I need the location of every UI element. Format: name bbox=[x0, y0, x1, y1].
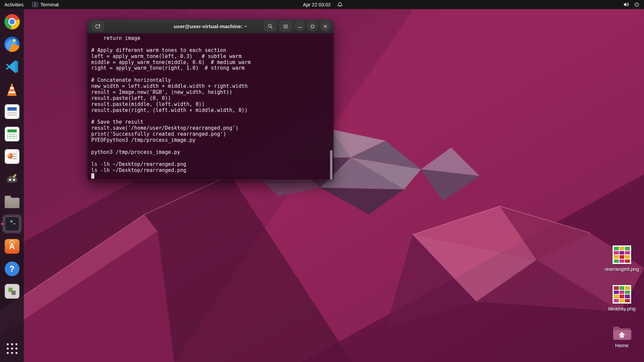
volume-icon bbox=[624, 2, 629, 7]
dock-item-firefox[interactable] bbox=[2, 35, 22, 54]
terminal-text: return image # Apply different warm tone… bbox=[91, 36, 330, 173]
top-bar: Activities Terminal Apr 22 03:02 bbox=[0, 0, 644, 9]
extensions-icon bbox=[5, 284, 19, 299]
window-controls bbox=[264, 21, 330, 31]
dock-item-vscode[interactable] bbox=[2, 57, 22, 76]
libreoffice-calc-icon bbox=[5, 127, 19, 141]
gimp-icon bbox=[5, 172, 19, 186]
vlc-icon bbox=[5, 82, 19, 96]
libreoffice-impress-icon bbox=[5, 149, 19, 164]
vscode-icon bbox=[5, 59, 19, 74]
focused-app-menu[interactable]: Terminal bbox=[28, 0, 63, 9]
maximize-button[interactable] bbox=[308, 21, 317, 31]
dock-item-gimp[interactable] bbox=[2, 170, 22, 188]
dock-item-writer[interactable] bbox=[2, 102, 22, 121]
terminal-app-icon bbox=[32, 2, 38, 7]
desktop-icon-rearranged[interactable]: rearranged.png bbox=[602, 245, 642, 272]
minimize-button[interactable] bbox=[295, 21, 305, 31]
desktop-icon-home[interactable]: Home bbox=[602, 325, 642, 348]
chrome-icon bbox=[4, 14, 20, 29]
image-thumbnail bbox=[612, 285, 631, 304]
system-status-menu[interactable] bbox=[619, 0, 644, 9]
libreoffice-writer-icon bbox=[5, 104, 19, 119]
focused-app-label: Terminal bbox=[40, 2, 59, 7]
power-icon bbox=[634, 2, 639, 7]
terminal-window: user@user-virtual-machine: ~ bbox=[88, 19, 333, 180]
dock-item-help[interactable]: ? bbox=[2, 259, 22, 278]
app-grid-icon bbox=[7, 343, 17, 354]
dock-item-calc[interactable] bbox=[2, 125, 22, 143]
desktop-icon-label: Home bbox=[615, 343, 629, 348]
firefox-icon bbox=[4, 37, 20, 52]
terminal-scrollbar[interactable] bbox=[330, 150, 332, 180]
notification-bell-icon bbox=[337, 2, 342, 7]
terminal-titlebar[interactable]: user@user-virtual-machine: ~ bbox=[88, 19, 333, 34]
dock: >_ A ? bbox=[0, 9, 24, 362]
dock-item-software[interactable]: A bbox=[2, 237, 22, 256]
dock-item-files[interactable] bbox=[2, 192, 22, 211]
desktop-icon-tilearray[interactable]: tilearray.png bbox=[602, 285, 642, 311]
menu-button[interactable] bbox=[279, 21, 292, 31]
terminal-icon: >_ bbox=[5, 217, 19, 231]
dock-item-extensions[interactable] bbox=[2, 282, 22, 301]
home-folder-icon bbox=[612, 325, 631, 341]
help-icon: ? bbox=[5, 261, 19, 276]
close-button[interactable] bbox=[320, 21, 330, 31]
image-thumbnail bbox=[612, 245, 631, 264]
desktop: Activities Terminal Apr 22 03:02 bbox=[0, 0, 644, 362]
ubuntu-software-icon: A bbox=[5, 239, 19, 254]
terminal-prompt-line bbox=[91, 173, 330, 179]
search-button[interactable] bbox=[264, 21, 276, 31]
dock-item-chrome[interactable] bbox=[2, 12, 22, 31]
terminal-output[interactable]: return image # Apply different warm tone… bbox=[88, 34, 333, 180]
terminal-cursor bbox=[91, 173, 94, 179]
clock-button[interactable]: Apr 22 03:02 bbox=[302, 0, 332, 9]
dock-item-terminal[interactable]: >_ bbox=[2, 215, 22, 233]
new-tab-button[interactable] bbox=[92, 21, 104, 31]
files-icon bbox=[5, 198, 19, 208]
activities-button[interactable]: Activities bbox=[0, 0, 28, 9]
app-grid-button[interactable] bbox=[2, 339, 22, 358]
dock-item-vlc[interactable] bbox=[2, 80, 22, 99]
dock-item-impress[interactable] bbox=[2, 147, 22, 166]
clock-label: Apr 22 03:02 bbox=[303, 2, 331, 7]
desktop-icon-label: rearranged.png bbox=[605, 266, 639, 272]
desktop-icon-label: tilearray.png bbox=[608, 306, 635, 311]
